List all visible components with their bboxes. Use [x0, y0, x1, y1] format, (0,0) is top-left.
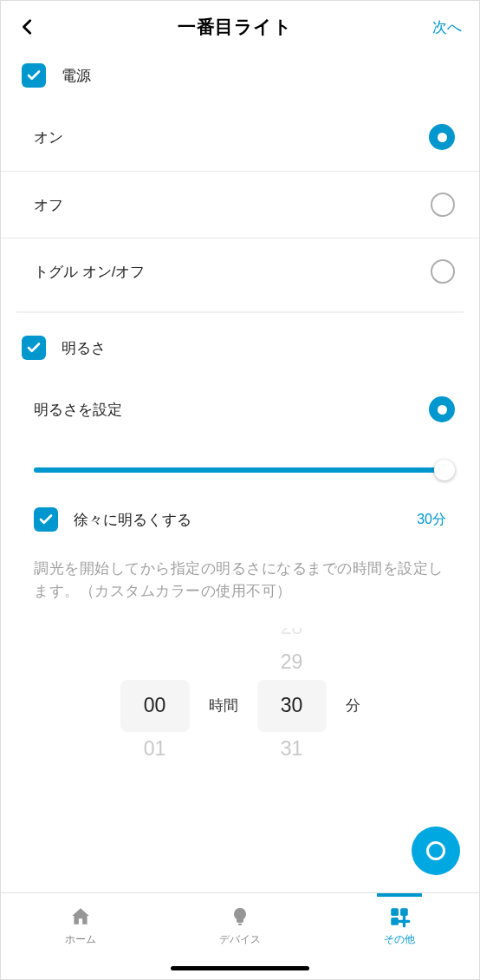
radio-selected-icon: [429, 396, 455, 422]
radio-unselected-icon: [431, 193, 455, 217]
power-option-on[interactable]: オン: [1, 103, 479, 172]
power-checkbox[interactable]: [22, 63, 46, 88]
tab-indicator: [377, 893, 422, 897]
alexa-ring-icon: [426, 841, 445, 860]
svg-rect-0: [391, 908, 399, 916]
tab-home[interactable]: ホーム: [1, 893, 160, 979]
tab-label: デバイス: [219, 932, 261, 947]
option-label: トグル オン/オフ: [34, 262, 145, 282]
minutes-unit: 分: [346, 696, 360, 715]
next-button[interactable]: 次へ: [432, 17, 462, 37]
gradual-description: 調光を開始してから指定の明るさになるまでの時間を設定します。（カスタムカラーの使…: [34, 558, 446, 604]
option-label: オフ: [34, 195, 63, 215]
brightness-checkbox[interactable]: [22, 336, 46, 360]
tab-more[interactable]: その他: [320, 893, 479, 979]
home-indicator: [171, 966, 309, 970]
power-option-toggle[interactable]: トグル オン/オフ: [1, 238, 479, 304]
hours-unit: 時間: [209, 696, 238, 715]
bulb-icon: [230, 905, 250, 928]
radio-selected-icon: [429, 124, 455, 150]
home-icon: [69, 905, 92, 928]
back-button[interactable]: [18, 17, 37, 36]
hours-column[interactable]: 00 01: [120, 628, 190, 784]
power-label: 電源: [62, 66, 91, 86]
page-title: 一番目ライト: [178, 15, 292, 39]
brightness-section-header[interactable]: 明るさ: [1, 325, 479, 376]
radio-unselected-icon: [431, 259, 455, 284]
brightness-set-row[interactable]: 明るさを設定: [1, 376, 479, 443]
time-picker[interactable]: 00 01 時間 28 29 30 31 分: [1, 628, 479, 784]
tab-label: その他: [384, 932, 415, 947]
slider-thumb[interactable]: [434, 460, 455, 480]
tab-label: ホーム: [65, 932, 96, 947]
power-section-header[interactable]: 電源: [1, 53, 479, 103]
option-label: オン: [34, 127, 63, 147]
brightness-label: 明るさ: [62, 338, 106, 358]
brightness-slider[interactable]: [34, 467, 446, 473]
gradual-label: 徐々に明るくする: [74, 510, 191, 530]
alexa-fab[interactable]: [412, 826, 460, 875]
power-option-off[interactable]: オフ: [1, 172, 479, 238]
more-icon: [388, 905, 411, 928]
minutes-selected: 30: [257, 680, 327, 732]
hours-selected: 00: [120, 680, 190, 732]
option-label: 明るさを設定: [34, 400, 122, 420]
divider: [16, 311, 464, 313]
gradual-value: 30分: [417, 511, 446, 529]
gradual-row[interactable]: 徐々に明るくする 30分: [34, 507, 446, 532]
svg-rect-1: [400, 908, 408, 916]
minutes-column[interactable]: 28 29 30 31: [257, 628, 327, 784]
svg-rect-2: [391, 918, 399, 925]
gradual-checkbox[interactable]: [34, 507, 58, 532]
